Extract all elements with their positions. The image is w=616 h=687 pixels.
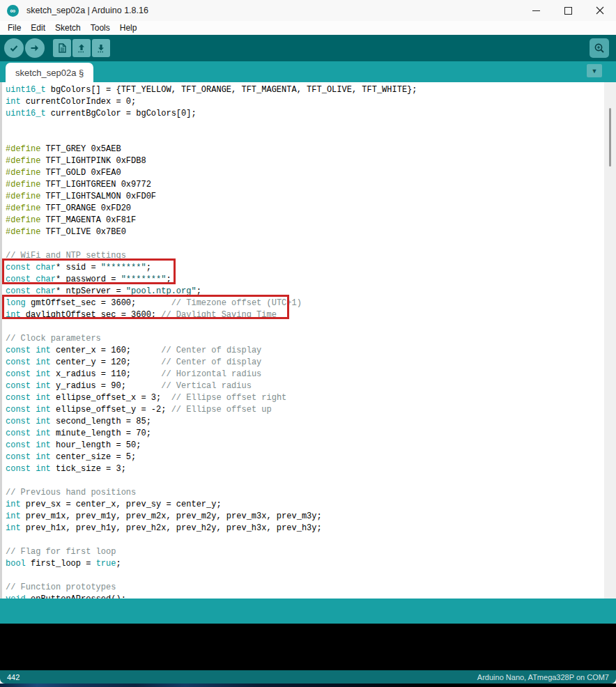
console-output bbox=[0, 624, 616, 670]
code-line: int currentColorIndex = 0; bbox=[6, 96, 602, 108]
code-line: const char* password = "*******"; bbox=[6, 274, 602, 286]
arduino-ide-window: ∞ sketch_sep02a | Arduino 1.8.16 File Ed… bbox=[0, 0, 616, 687]
code-line: // Previous hand positions bbox=[6, 487, 602, 499]
minimize-button[interactable] bbox=[520, 0, 552, 21]
code-line: int prev_m1x, prev_m1y, prev_m2x, prev_m… bbox=[6, 511, 602, 523]
code-line: const char* ssid = "*******"; bbox=[6, 262, 602, 274]
code-line: // Flag for first loop bbox=[6, 546, 602, 558]
code-line: #define TFT_MAGENTA 0xF81F bbox=[6, 215, 602, 226]
editor-scrollbar-thumb[interactable] bbox=[609, 108, 611, 167]
maximize-button[interactable] bbox=[552, 0, 584, 21]
menu-file[interactable]: File bbox=[3, 23, 26, 33]
code-line bbox=[6, 132, 602, 144]
serial-monitor-icon bbox=[593, 42, 606, 54]
window-title: sketch_sep02a | Arduino 1.8.16 bbox=[26, 6, 148, 15]
code-line: const int second_length = 85; bbox=[6, 416, 602, 428]
code-line: const int x_radius = 110; // Horizontal … bbox=[6, 369, 602, 380]
verify-check-icon bbox=[8, 42, 20, 54]
code-line: // Clock parameters bbox=[6, 333, 602, 345]
board-port-indicator: Arduino Nano, ATmega328P on COM7 bbox=[477, 673, 609, 681]
code-line: const int y_radius = 90; // Vertical rad… bbox=[6, 380, 602, 392]
code-line: #define TFT_LIGHTSALMON 0xFD0F bbox=[6, 191, 602, 203]
code-line: #define TFT_OLIVE 0x7BE0 bbox=[6, 226, 602, 238]
upload-button[interactable] bbox=[25, 38, 45, 58]
code-line: #define TFT_GOLD 0xFEA0 bbox=[6, 167, 602, 179]
line-number-indicator: 442 bbox=[7, 673, 20, 681]
code-line: #define TFT_ORANGE 0xFD20 bbox=[6, 203, 602, 215]
code-line: #define TFT_GREY 0x5AEB bbox=[6, 144, 602, 155]
tab-bar: sketch_sep02a § ▼ bbox=[0, 61, 616, 82]
code-line: int daylightOffset_sec = 3600; // Daylig… bbox=[6, 309, 602, 321]
code-line: uint16_t currentBgColor = bgColors[0]; bbox=[6, 108, 602, 120]
arduino-logo-icon: ∞ bbox=[7, 5, 19, 17]
code-line: int prev_sx = center_x, prev_sy = center… bbox=[6, 499, 602, 511]
code-line: const int minute_length = 70; bbox=[6, 428, 602, 440]
code-text[interactable]: uint16_t bgColors[] = {TFT_YELLOW, TFT_O… bbox=[6, 84, 602, 599]
upload-arrow-icon bbox=[29, 42, 41, 54]
open-sketch-icon bbox=[75, 42, 88, 54]
menu-edit[interactable]: Edit bbox=[26, 23, 50, 33]
code-line: #define TFT_LIGHTGREEN 0x9772 bbox=[6, 179, 602, 191]
toolbar bbox=[0, 35, 616, 61]
new-sketch-button[interactable] bbox=[53, 39, 71, 57]
code-line: // WiFi and NTP settings bbox=[6, 250, 602, 262]
code-line: const char* ntpServer = "pool.ntp.org"; bbox=[6, 286, 602, 298]
open-sketch-button[interactable] bbox=[72, 39, 91, 57]
menu-help[interactable]: Help bbox=[115, 23, 142, 33]
code-line bbox=[6, 120, 602, 132]
verify-button[interactable] bbox=[4, 38, 24, 58]
code-line: const int ellipse_offset_y = -2; // Elli… bbox=[6, 404, 602, 416]
status-bar: 442 Arduino Nano, ATmega328P on COM7 bbox=[0, 670, 616, 684]
code-line: // Function prototypes bbox=[6, 582, 602, 594]
code-line: #define TFT_LIGHTPINK 0xFDB8 bbox=[6, 155, 602, 167]
menu-bar: File Edit Sketch Tools Help bbox=[0, 21, 616, 35]
tab-label: sketch_sep02a § bbox=[15, 68, 84, 78]
chevron-down-icon: ▼ bbox=[592, 68, 598, 75]
save-sketch-icon bbox=[95, 42, 107, 54]
code-line: const int center_y = 120; // Center of d… bbox=[6, 357, 602, 369]
code-line: long gmtOffset_sec = 3600; // Timezone o… bbox=[6, 298, 602, 309]
code-line bbox=[6, 238, 602, 250]
code-line: const int ellipse_offset_x = 3; // Ellip… bbox=[6, 392, 602, 404]
serial-monitor-button[interactable] bbox=[590, 38, 609, 58]
code-line: const int center_x = 160; // Center of d… bbox=[6, 345, 602, 357]
menu-tools[interactable]: Tools bbox=[86, 23, 115, 33]
close-icon bbox=[596, 6, 604, 15]
menu-sketch[interactable]: Sketch bbox=[50, 23, 86, 33]
maximize-icon bbox=[564, 7, 572, 15]
code-line: const int center_size = 5; bbox=[6, 451, 602, 463]
editor-scrollbar-track[interactable] bbox=[604, 82, 616, 599]
code-editor[interactable]: uint16_t bgColors[] = {TFT_YELLOW, TFT_O… bbox=[0, 82, 616, 599]
code-line: uint16_t bgColors[] = {TFT_YELLOW, TFT_O… bbox=[6, 84, 602, 96]
new-sketch-icon bbox=[56, 42, 68, 54]
code-line: const int tick_size = 3; bbox=[6, 463, 602, 475]
code-line bbox=[6, 570, 602, 582]
code-line: void onButtonAPressed(); bbox=[6, 594, 602, 599]
minimize-icon bbox=[532, 7, 540, 15]
save-sketch-button[interactable] bbox=[92, 39, 110, 57]
code-line: int prev_h1x, prev_h1y, prev_h2x, prev_h… bbox=[6, 523, 602, 534]
close-button[interactable] bbox=[584, 0, 616, 21]
message-strip bbox=[0, 599, 616, 624]
code-line bbox=[6, 534, 602, 546]
code-line: const int hour_length = 50; bbox=[6, 440, 602, 451]
tab-list-dropdown-button[interactable]: ▼ bbox=[587, 64, 602, 77]
window-controls bbox=[520, 0, 616, 21]
title-bar: ∞ sketch_sep02a | Arduino 1.8.16 bbox=[0, 0, 616, 21]
code-line bbox=[6, 475, 602, 487]
code-line: bool first_loop = true; bbox=[6, 558, 602, 570]
tab-sketch-sep02a[interactable]: sketch_sep02a § bbox=[6, 63, 93, 82]
taskbar-sliver bbox=[0, 684, 616, 687]
code-line bbox=[6, 321, 602, 333]
